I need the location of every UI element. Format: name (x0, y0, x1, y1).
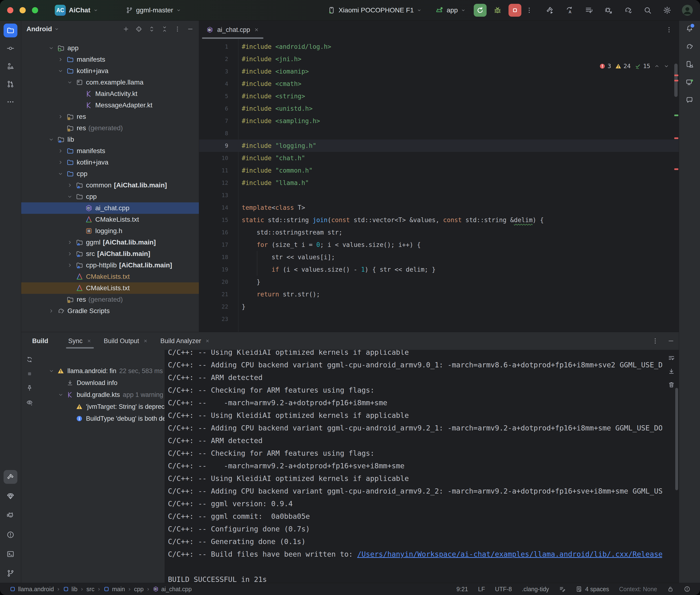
code-line-5[interactable]: 5#include <string> (199, 90, 679, 103)
warnings-count[interactable]: 24 (615, 63, 631, 69)
user-avatar[interactable] (682, 5, 693, 16)
project-tree-item-res[interactable]: res(generated) (21, 122, 199, 134)
project-tree-item-cpp-httplib-aichat-lib-main[interactable]: cpp-httplib[AiChat.lib.main] (21, 259, 199, 271)
chevron-collapsed-icon[interactable] (56, 57, 65, 62)
code-line-13[interactable]: 13 (199, 189, 679, 201)
project-widget[interactable]: AC AiChat (55, 5, 98, 16)
console-scrollbar[interactable] (675, 388, 678, 490)
project-view-selector[interactable]: Android (26, 25, 52, 33)
code-line-4[interactable]: 4#include <cmath> (199, 78, 679, 90)
error-stripe-mark[interactable] (674, 75, 678, 76)
project-tree-item-cmakelists-txt[interactable]: CMakeLists.txt (21, 214, 199, 225)
bug-arrow-icon[interactable] (604, 6, 613, 15)
project-tree-item-gradle-scripts[interactable]: Gradle Scripts (21, 305, 199, 317)
status-resource-context[interactable]: Context: None (619, 586, 657, 593)
device-selector[interactable]: Xiaomi POCOPHONE F1 (328, 6, 422, 14)
project-tree-item-logging-h[interactable]: Hlogging.h (21, 225, 199, 237)
breadcrumb-item-src[interactable]: src (86, 586, 94, 593)
code-line-21[interactable]: 21 return str.str(); (199, 288, 679, 301)
close-window-button[interactable] (7, 7, 13, 13)
minus-icon[interactable] (187, 26, 194, 32)
close-tab-icon[interactable] (254, 27, 259, 32)
close-tab-icon[interactable] (143, 339, 148, 343)
debug-bug-icon[interactable] (493, 6, 502, 15)
tool-strip-app-quality-insights[interactable] (4, 489, 18, 503)
errors-count[interactable]: 3 (599, 63, 611, 69)
eye-icon[interactable] (26, 399, 33, 406)
project-tree-item-manifests[interactable]: manifests (21, 145, 199, 157)
code-editor[interactable]: 1#include <android/log.h>2#include <jni.… (199, 39, 679, 332)
zoom-window-button[interactable] (32, 7, 38, 13)
project-tree-item-messageadapter-kt[interactable]: MessageAdapter.kt (21, 100, 199, 111)
breadcrumb-item-lib[interactable]: lib (63, 586, 77, 593)
project-tree-item-lib[interactable]: lib (21, 134, 199, 145)
chevron-collapsed-icon[interactable] (56, 114, 65, 119)
tool-strip-logcat[interactable] (4, 509, 18, 522)
run-configuration-selector[interactable]: app (435, 6, 466, 15)
stop-gray-icon[interactable] (26, 370, 33, 377)
close-tab-icon[interactable] (87, 339, 91, 343)
tool-strip-version-control[interactable] (4, 566, 18, 580)
status-highlighting-level[interactable] (559, 586, 566, 592)
chev-up-icon[interactable] (654, 63, 660, 69)
target-icon[interactable] (136, 26, 142, 32)
minus-icon[interactable] (667, 337, 674, 344)
chevron-collapsed-icon[interactable] (47, 308, 56, 314)
project-tree-item-cpp[interactable]: cpp (21, 168, 199, 179)
search-icon[interactable] (643, 6, 652, 15)
status-caret-position[interactable]: 9:21 (456, 586, 468, 593)
chevron-expanded-icon[interactable] (57, 392, 65, 398)
gear-icon[interactable] (663, 6, 671, 15)
status-line-separator[interactable]: LF (478, 586, 485, 593)
code-line-17[interactable]: 17 for (size_t i = 0; i < values.size();… (199, 238, 679, 251)
code-line-18[interactable]: 18 str << values[i]; (199, 251, 679, 263)
close-tab-icon[interactable] (205, 339, 210, 343)
error-stripe-mark[interactable] (674, 115, 678, 116)
scroll-end-icon[interactable] (668, 368, 675, 375)
chevron-collapsed-icon[interactable] (65, 239, 74, 245)
project-tree-item-kotlin-java[interactable]: kotlin+java (21, 157, 199, 168)
code-line-9[interactable]: 9#include "logging.h" (199, 140, 679, 152)
code-line-12[interactable]: 12#include "llama.h" (199, 177, 679, 189)
project-tree-item-kotlin-java[interactable]: kotlin+java (21, 65, 199, 77)
build-output-console[interactable]: C/C++: -- Using KleidiAI optimized kerne… (165, 350, 679, 583)
inspections-widget[interactable]: 32415 (599, 63, 669, 69)
project-tree-item-common-aichat-lib-main[interactable]: common[AiChat.lib.main] (21, 179, 199, 191)
expand-all-icon[interactable] (148, 26, 155, 32)
tool-strip-terminal[interactable] (4, 547, 18, 561)
status-inspection-status[interactable] (684, 586, 691, 592)
breadcrumb-item-llama-android[interactable]: llama.android (9, 586, 54, 593)
status-indent-style[interactable]: 4 spaces (576, 586, 609, 593)
project-tree-item-mainactivity-kt[interactable]: MainActivity.kt (21, 88, 199, 100)
project-tree-item-cmakelists-txt[interactable]: CMakeLists.txt (21, 282, 199, 294)
tool-strip-notifications[interactable] (682, 22, 696, 35)
pin-icon[interactable] (26, 385, 33, 392)
chevron-expanded-icon[interactable] (47, 45, 56, 51)
dots-v-icon[interactable] (174, 26, 181, 32)
project-tree-item-app[interactable]: app (21, 42, 199, 54)
tool-strip-running-devices[interactable] (682, 75, 696, 89)
chevron-collapsed-icon[interactable] (65, 251, 74, 257)
tool-strip-gemini[interactable] (682, 93, 696, 107)
project-tree-item-src-aichat-lib-main[interactable]: src[AiChat.lib.main] (21, 248, 199, 259)
dots-v-icon[interactable] (652, 337, 659, 344)
code-line-10[interactable]: 10#include "chat.h" (199, 152, 679, 164)
tool-strip-structure[interactable] (4, 59, 18, 73)
project-tree-item-cmakelists-txt[interactable]: CMakeLists.txt (21, 271, 199, 282)
code-line-14[interactable]: 14template<class T> (199, 201, 679, 214)
chevron-collapsed-icon[interactable] (65, 182, 74, 188)
chevron-expanded-icon[interactable] (65, 80, 74, 85)
more-actions-icon[interactable] (526, 7, 533, 14)
status-file-writable[interactable] (667, 586, 674, 592)
tool-strip-build[interactable] (4, 470, 18, 484)
tool-strip-more-tool-windows[interactable] (4, 95, 18, 109)
breadcrumb-item-cpp[interactable]: cpp (134, 586, 144, 593)
project-tree-item-ggml-aichat-lib-main[interactable]: ggml[AiChat.lib.main] (21, 237, 199, 248)
sync-a-icon[interactable]: A (565, 6, 574, 15)
code-line-23[interactable]: 23 (199, 313, 679, 325)
code-line-7[interactable]: 7#include <sampling.h> (199, 115, 679, 127)
vcs-branch-widget[interactable]: ggml-master (126, 6, 181, 14)
project-tree-item-manifests[interactable]: manifests (21, 54, 199, 65)
hammer-play-icon[interactable] (545, 6, 554, 15)
stop-button[interactable] (508, 4, 521, 17)
